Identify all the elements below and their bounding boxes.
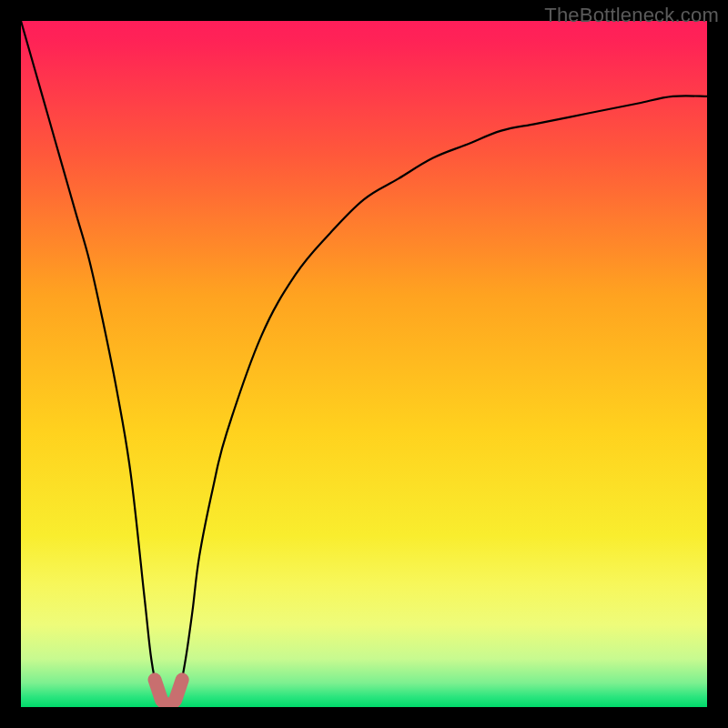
optimal-marker [155, 680, 182, 707]
bottleneck-curve [21, 21, 707, 707]
chart-container: TheBottleneck.com [0, 0, 728, 728]
watermark-text: TheBottleneck.com [544, 4, 719, 27]
plot-area [21, 21, 707, 707]
curve-layer [21, 21, 707, 707]
